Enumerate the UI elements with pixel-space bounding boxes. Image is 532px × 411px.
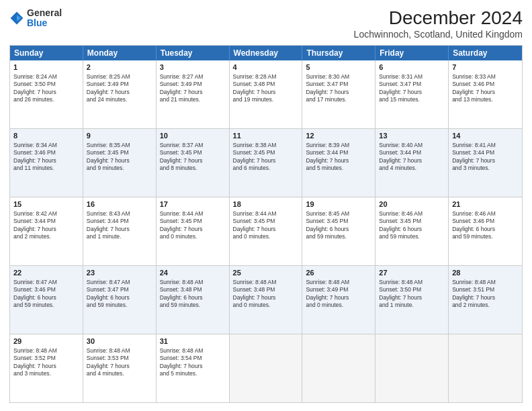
cal-cell-3-1: 15Sunrise: 8:42 AMSunset: 3:44 PMDayligh… xyxy=(10,197,83,265)
cell-info-line: Daylight: 7 hours xyxy=(379,294,422,301)
cal-cell-5-5 xyxy=(302,334,375,402)
cal-cell-5-2: 30Sunrise: 8:48 AMSunset: 3:53 PMDayligh… xyxy=(83,334,157,402)
cal-cell-2-3: 10Sunrise: 8:37 AMSunset: 3:45 PMDayligh… xyxy=(157,129,230,197)
cell-info-line: Sunset: 3:45 PM xyxy=(160,149,202,156)
cal-cell-4-1: 22Sunrise: 8:47 AMSunset: 3:46 PMDayligh… xyxy=(10,266,83,334)
cell-info-line: and 1 minute. xyxy=(379,302,414,308)
cell-info-line: Sunrise: 8:24 AM xyxy=(13,73,57,80)
day-number-7: 7 xyxy=(452,62,519,73)
day-number-25: 25 xyxy=(233,268,299,278)
cell-info-line: and 17 minutes. xyxy=(306,96,346,103)
day-number-4: 4 xyxy=(233,62,299,73)
cell-info-line: Daylight: 7 hours xyxy=(160,363,203,369)
cell-info-line: Daylight: 7 hours xyxy=(87,157,130,164)
cell-info-line: Sunrise: 8:48 AM xyxy=(306,279,349,285)
cell-info-line: Sunset: 3:47 PM xyxy=(306,81,348,87)
cell-info-line: Sunset: 3:45 PM xyxy=(306,218,348,224)
cell-info-line: Sunrise: 8:30 AM xyxy=(306,73,349,80)
cal-cell-3-5: 19Sunrise: 8:45 AMSunset: 3:45 PMDayligh… xyxy=(302,197,375,265)
cell-info-line: Sunrise: 8:48 AM xyxy=(87,347,130,354)
cell-info-line: and 5 minutes. xyxy=(160,370,197,377)
cell-info-line: Daylight: 7 hours xyxy=(87,363,130,369)
cal-cell-2-5: 12Sunrise: 8:39 AMSunset: 3:44 PMDayligh… xyxy=(302,129,375,197)
weekday-sunday: Sunday xyxy=(10,46,83,60)
cell-info-line: Daylight: 7 hours xyxy=(13,89,56,95)
day-number-10: 10 xyxy=(160,131,226,141)
day-number-19: 19 xyxy=(306,199,371,210)
title-block: December 2024 Lochwinnoch, Scotland, Uni… xyxy=(354,8,523,40)
calendar-header: Sunday Monday Tuesday Wednesday Thursday… xyxy=(10,46,522,60)
day-number-27: 27 xyxy=(379,268,445,278)
month-title: December 2024 xyxy=(354,8,523,29)
cal-cell-5-6 xyxy=(375,334,449,402)
cell-info-line: Daylight: 6 hours xyxy=(160,294,203,301)
cell-info-line: Daylight: 7 hours xyxy=(306,157,349,164)
cell-info-line: and 2 minutes. xyxy=(452,302,490,308)
cal-cell-2-7: 14Sunrise: 8:41 AMSunset: 3:44 PMDayligh… xyxy=(449,129,522,197)
cell-info-line: Sunrise: 8:48 AM xyxy=(233,279,277,285)
day-number-9: 9 xyxy=(87,131,152,141)
day-number-26: 26 xyxy=(306,268,371,278)
cell-info-line: Sunrise: 8:33 AM xyxy=(452,73,496,80)
logo-blue: Blue xyxy=(27,17,47,28)
day-number-6: 6 xyxy=(379,62,445,73)
calendar: Sunday Monday Tuesday Wednesday Thursday… xyxy=(9,45,523,403)
day-number-29: 29 xyxy=(13,336,79,347)
weekday-monday: Monday xyxy=(83,46,157,60)
cell-info-line: Sunrise: 8:38 AM xyxy=(233,142,277,148)
cell-info-line: Sunset: 3:49 PM xyxy=(306,286,348,293)
cal-cell-1-3: 3Sunrise: 8:27 AMSunset: 3:49 PMDaylight… xyxy=(157,60,230,128)
cell-info-line: Daylight: 7 hours xyxy=(160,226,203,232)
cell-info-line: Sunset: 3:47 PM xyxy=(379,81,421,87)
cell-info-line: and 26 minutes. xyxy=(13,96,54,103)
cell-info-line: Sunrise: 8:42 AM xyxy=(13,210,57,217)
cell-info-line: Sunset: 3:45 PM xyxy=(87,149,129,156)
cell-info-line: Sunrise: 8:45 AM xyxy=(306,210,349,217)
cell-info-line: Daylight: 6 hours xyxy=(452,226,495,232)
cal-row-3: 15Sunrise: 8:42 AMSunset: 3:44 PMDayligh… xyxy=(10,197,522,265)
cell-info-line: Daylight: 7 hours xyxy=(160,89,203,95)
cell-info-line: Sunset: 3:44 PM xyxy=(452,149,494,156)
header: General Blue December 2024 Lochwinnoch, … xyxy=(9,8,523,40)
cell-info-line: Sunrise: 8:40 AM xyxy=(379,142,423,148)
cell-info-line: Sunset: 3:44 PM xyxy=(379,149,421,156)
cell-info-line: Daylight: 7 hours xyxy=(452,294,495,301)
cal-cell-2-6: 13Sunrise: 8:40 AMSunset: 3:44 PMDayligh… xyxy=(375,129,449,197)
cell-info-line: and 13 minutes. xyxy=(452,96,492,103)
day-number-1: 1 xyxy=(13,62,79,73)
cell-info-line: and 11 minutes. xyxy=(13,165,54,171)
cell-info-line: and 0 minutes. xyxy=(160,233,197,240)
cell-info-line: and 59 minutes. xyxy=(379,233,419,240)
cell-info-line: and 6 minutes. xyxy=(233,165,271,171)
cal-row-1: 1Sunrise: 8:24 AMSunset: 3:50 PMDaylight… xyxy=(10,60,522,128)
cell-info-line: Sunrise: 8:48 AM xyxy=(379,279,423,285)
cal-row-5: 29Sunrise: 8:48 AMSunset: 3:52 PMDayligh… xyxy=(10,334,522,402)
day-number-16: 16 xyxy=(87,199,152,210)
cell-info-line: Sunset: 3:49 PM xyxy=(87,81,129,87)
cal-cell-5-4 xyxy=(230,334,303,402)
cell-info-line: Daylight: 7 hours xyxy=(306,294,349,301)
day-number-2: 2 xyxy=(87,62,152,73)
cell-info-line: Daylight: 6 hours xyxy=(13,294,56,301)
day-number-5: 5 xyxy=(306,62,371,73)
cell-info-line: Sunset: 3:48 PM xyxy=(233,286,275,293)
cell-info-line: and 0 minutes. xyxy=(233,233,271,240)
cal-cell-4-4: 25Sunrise: 8:48 AMSunset: 3:48 PMDayligh… xyxy=(230,266,303,334)
cell-info-line: Sunset: 3:48 PM xyxy=(233,81,275,87)
cell-info-line: Sunrise: 8:44 AM xyxy=(233,210,277,217)
cal-cell-2-4: 11Sunrise: 8:38 AMSunset: 3:45 PMDayligh… xyxy=(230,129,303,197)
day-number-12: 12 xyxy=(306,131,371,141)
cell-info-line: Sunset: 3:46 PM xyxy=(452,218,494,224)
cell-info-line: Daylight: 7 hours xyxy=(13,226,56,232)
cell-info-line: and 1 minute. xyxy=(87,233,122,240)
cell-info-line: and 24 minutes. xyxy=(87,96,127,103)
cal-cell-1-7: 7Sunrise: 8:33 AMSunset: 3:46 PMDaylight… xyxy=(449,60,522,128)
cell-info-line: and 0 minutes. xyxy=(306,302,343,308)
cal-cell-5-7 xyxy=(449,334,522,402)
weekday-tuesday: Tuesday xyxy=(157,46,230,60)
logo-text: General Blue xyxy=(27,8,62,29)
cell-info-line: and 59 minutes. xyxy=(87,302,127,308)
cell-info-line: and 8 minutes. xyxy=(160,165,197,171)
cal-cell-1-4: 4Sunrise: 8:28 AMSunset: 3:48 PMDaylight… xyxy=(230,60,303,128)
cell-info-line: Daylight: 6 hours xyxy=(87,294,130,301)
